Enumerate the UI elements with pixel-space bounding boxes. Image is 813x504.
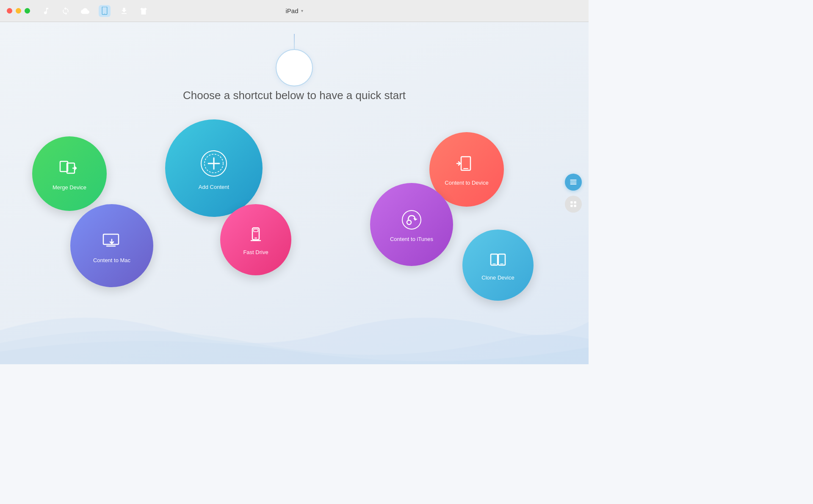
svg-rect-20 bbox=[498, 254, 505, 265]
minimize-button[interactable] bbox=[16, 8, 21, 14]
main-content: Choose a shortcut below to have a quick … bbox=[0, 22, 589, 364]
shirt-icon[interactable] bbox=[138, 5, 149, 17]
list-view-button[interactable] bbox=[565, 174, 582, 191]
device-selector[interactable]: iPad ▾ bbox=[285, 7, 303, 14]
fast-drive-label: Fast Drive bbox=[243, 249, 268, 255]
merge-device-label: Merge Device bbox=[53, 184, 86, 191]
download-icon-area bbox=[276, 34, 313, 86]
svg-point-13 bbox=[407, 220, 411, 224]
svg-point-12 bbox=[402, 210, 421, 229]
clone-device-label: Clone Device bbox=[481, 274, 514, 281]
device-icon[interactable] bbox=[99, 5, 111, 17]
svg-rect-15 bbox=[254, 229, 258, 232]
svg-rect-18 bbox=[491, 254, 498, 265]
content-to-itunes-button[interactable]: Content to iTunes bbox=[370, 183, 453, 266]
download-toolbar-icon[interactable] bbox=[118, 5, 130, 17]
content-to-mac-button[interactable]: Content to Mac bbox=[70, 204, 153, 287]
right-buttons bbox=[565, 174, 582, 213]
fast-drive-button[interactable]: Fast Drive bbox=[220, 204, 291, 275]
subtitle: Choose a shortcut below to have a quick … bbox=[0, 89, 589, 102]
add-content-label: Add Content bbox=[199, 184, 229, 190]
device-name: iPad bbox=[285, 7, 298, 14]
music-icon[interactable] bbox=[40, 5, 52, 17]
grid-view-button[interactable] bbox=[565, 196, 582, 213]
sync-icon[interactable] bbox=[60, 5, 72, 17]
toolbar bbox=[40, 5, 149, 17]
connector-line bbox=[294, 34, 295, 49]
close-button[interactable] bbox=[7, 8, 12, 14]
download-circle bbox=[276, 49, 313, 86]
chevron-down-icon: ▾ bbox=[301, 8, 303, 13]
svg-rect-25 bbox=[570, 201, 572, 203]
clone-device-button[interactable]: Clone Device bbox=[462, 230, 534, 301]
add-content-button[interactable]: Add Content bbox=[165, 119, 263, 217]
cloud-icon[interactable] bbox=[79, 5, 91, 17]
svg-rect-28 bbox=[574, 205, 576, 207]
svg-rect-0 bbox=[102, 7, 107, 14]
svg-rect-26 bbox=[574, 201, 576, 203]
traffic-lights bbox=[7, 8, 30, 14]
merge-device-button[interactable]: Merge Device bbox=[32, 136, 107, 211]
maximize-button[interactable] bbox=[25, 8, 30, 14]
svg-rect-24 bbox=[570, 183, 577, 184]
shortcuts-container: Merge Device Add Content Content to Devi… bbox=[0, 119, 589, 364]
content-to-device-label: Content to Device bbox=[445, 180, 488, 186]
svg-rect-27 bbox=[570, 205, 572, 207]
content-to-itunes-label: Content to iTunes bbox=[390, 236, 433, 242]
titlebar: iPad ▾ bbox=[0, 0, 589, 22]
content-to-mac-label: Content to Mac bbox=[93, 257, 130, 263]
svg-rect-23 bbox=[570, 182, 577, 183]
svg-rect-22 bbox=[570, 180, 577, 180]
